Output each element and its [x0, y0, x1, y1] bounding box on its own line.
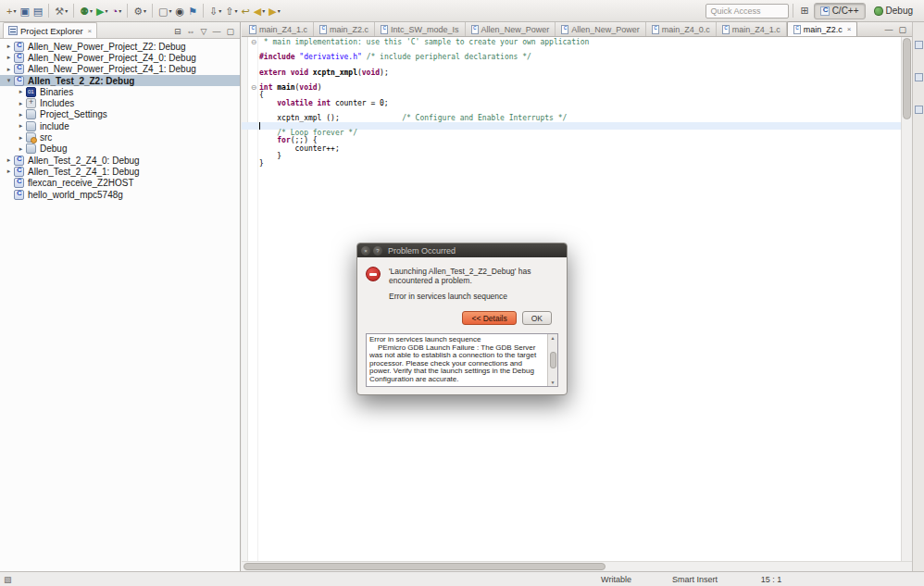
editor-tab-intc-sw-mode-is[interactable]: Intc_SW_mode_Is [375, 22, 466, 36]
tree-arrow-icon[interactable]: ▸ [4, 168, 14, 175]
build-icon[interactable]: ⚒▾ [53, 3, 69, 19]
scroll-down-icon[interactable]: ▼ [551, 380, 556, 385]
dialog-help-icon[interactable]: ? [373, 246, 382, 256]
editor-tab-main-z4-1-c[interactable]: main_Z4_1.c [717, 22, 787, 36]
tree-arrow-icon[interactable]: ▸ [16, 145, 26, 153]
scroll-up-icon[interactable]: ▲ [551, 335, 556, 341]
tree-item[interactable]: flexcan_receive_Z2HOST [0, 178, 240, 189]
minimized-view-icon[interactable] [915, 41, 923, 49]
details-scrollbar-thumb[interactable] [550, 352, 556, 368]
minimized-view-icon[interactable] [915, 73, 923, 81]
dropdown-arrow-icon[interactable]: ▾ [262, 7, 265, 14]
dropdown-arrow-icon[interactable]: ▾ [106, 7, 108, 14]
editor-tab-allen-new-power[interactable]: Allen_New_Power [466, 22, 556, 36]
minimize-view-icon[interactable]: — [212, 27, 220, 36]
close-view-icon[interactable]: × [88, 27, 93, 35]
details-text-area[interactable]: Error in services launch sequence PEmicr… [366, 333, 558, 387]
open-perspective-icon[interactable]: ⊞ [800, 5, 808, 17]
horizontal-scrollbar-thumb[interactable] [243, 563, 606, 570]
vertical-scrollbar-thumb[interactable] [903, 38, 911, 119]
editor-tab-main-z4-0-c[interactable]: main_Z4_0.c [646, 22, 717, 36]
maximize-editor-icon[interactable]: ▢ [898, 25, 906, 34]
fold-ruler[interactable]: ⊖⊖ [249, 37, 258, 561]
external-tools-icon[interactable]: ⚙▾ [131, 3, 148, 19]
editor-tab-label: main_Z4_1.c [259, 25, 307, 34]
profile-icon[interactable]: ◔▾ [110, 3, 124, 19]
dropdown-arrow-icon[interactable]: ▾ [119, 7, 121, 14]
perspective-debug[interactable]: Debug [868, 3, 919, 19]
tree-arrow-icon[interactable]: ▾ [4, 77, 14, 84]
tree-arrow-icon[interactable]: ▸ [4, 66, 14, 73]
view-menu-icon[interactable]: ▽ [201, 27, 207, 36]
editor-tab-main-z2-c[interactable]: main_Z2.c [314, 22, 375, 36]
editor-tab-main-z4-1-c[interactable]: main_Z4_1.c [243, 22, 314, 36]
details-button[interactable]: << Details [462, 311, 516, 325]
tab-project-explorer[interactable]: Project Explorer × [3, 22, 97, 38]
maximize-view-icon[interactable]: ▢ [226, 27, 234, 36]
tree-arrow-icon[interactable]: ▸ [16, 100, 26, 107]
previous-annotation-icon[interactable]: ⇧▾ [223, 3, 239, 19]
toggle-breakpoint-icon[interactable]: ⚑ [186, 3, 199, 19]
tree-item[interactable]: ▸include [0, 120, 240, 131]
minimize-editor-icon[interactable]: — [884, 25, 893, 34]
tree-arrow-icon[interactable]: ▸ [16, 122, 26, 130]
tree-item[interactable]: ▸Allen_Test_2_Z4_0: Debug [0, 155, 240, 166]
new-icon[interactable]: +▾ [5, 3, 18, 19]
tree-item[interactable]: ▾Allen_Test_2_Z2: Debug [0, 75, 240, 86]
dialog-titlebar[interactable]: × ? Problem Occurred [357, 243, 567, 257]
tree-arrow-icon[interactable]: ▸ [16, 88, 26, 95]
back-icon[interactable]: ◀▾ [252, 3, 267, 19]
editor-tab-allen-new-power[interactable]: Allen_New_Power [556, 22, 646, 36]
run-icon[interactable]: ▶▾ [94, 3, 109, 19]
dropdown-arrow-icon[interactable]: ▾ [219, 7, 221, 14]
tree-item[interactable]: hello_world_mpc5748g [0, 189, 240, 200]
tree-item[interactable]: ▸Allen_Test_2_Z4_1: Debug [0, 166, 240, 177]
tree-arrow-icon[interactable]: ▸ [16, 111, 26, 118]
details-scrollbar[interactable]: ▲ ▼ [547, 334, 557, 386]
tree-arrow-icon[interactable]: ▸ [4, 54, 14, 61]
dropdown-arrow-icon[interactable]: ▾ [169, 7, 172, 14]
annotation-ruler[interactable] [242, 37, 248, 561]
tree-item[interactable]: ▸Includes [0, 97, 240, 108]
new-c-file-icon[interactable]: ▢▾ [156, 3, 173, 19]
collapse-all-icon[interactable]: ⊟ [174, 27, 181, 36]
save-all-icon[interactable]: ▤ [31, 3, 44, 19]
horizontal-scrollbar[interactable] [242, 561, 912, 571]
link-with-editor-icon[interactable]: ⇔ [187, 27, 195, 36]
search-icon[interactable]: ◉ [174, 3, 187, 19]
code-editor[interactable]: ⊖⊖ * main implementation: use this 'C' s… [242, 37, 912, 561]
quick-access-input[interactable] [705, 4, 789, 19]
vertical-scrollbar[interactable] [901, 37, 912, 561]
close-tab-icon[interactable]: × [847, 25, 852, 33]
tree-item[interactable]: ▸Debug [0, 143, 240, 155]
tree-arrow-icon[interactable]: ▸ [4, 43, 14, 50]
dropdown-arrow-icon[interactable]: ▾ [144, 7, 146, 14]
forward-icon[interactable]: ▶▾ [267, 3, 281, 19]
last-edit-location-icon[interactable]: ↩ [239, 3, 251, 19]
minimized-view-icon[interactable] [915, 106, 923, 114]
save-icon[interactable]: ▣ [18, 3, 31, 19]
fold-collapse-icon[interactable]: ⊖ [250, 84, 257, 92]
ok-button[interactable]: OK [522, 311, 552, 325]
next-annotation-icon[interactable]: ⇩▾ [207, 3, 223, 19]
tree-item[interactable]: ▸src [0, 131, 240, 143]
dialog-close-icon[interactable]: × [361, 246, 370, 256]
dropdown-arrow-icon[interactable]: ▾ [234, 7, 237, 14]
dropdown-arrow-icon[interactable]: ▾ [65, 7, 68, 14]
editor-tab-main-z2-c[interactable]: main_Z2.c× [787, 21, 858, 36]
dropdown-arrow-icon[interactable]: ▾ [13, 7, 16, 14]
tree-arrow-icon[interactable]: ▸ [16, 134, 26, 142]
tree-arrow-icon[interactable]: ▸ [4, 156, 14, 164]
dropdown-arrow-icon[interactable]: ▾ [90, 7, 93, 14]
tree-item[interactable]: ▸Allen_New_Power_Project_Z4_1: Debug [0, 64, 240, 75]
perspective-c-c-[interactable]: C/C++ [814, 3, 866, 19]
debug-icon[interactable]: ⚉▾ [78, 3, 94, 19]
tree-item[interactable]: ▸Allen_New_Power_Project_Z2: Debug [0, 41, 240, 52]
tree-item[interactable]: ▸Project_Settings [0, 109, 240, 120]
fold-collapse-icon[interactable]: ⊖ [250, 39, 257, 46]
toolbar-icons: +▾▣▤⚒▾⚉▾▶▾◔▾⚙▾▢▾◉⚑⇩▾⇧▾↩◀▾▶▾ [5, 3, 705, 19]
tree-item[interactable]: ▸Binaries [0, 86, 240, 97]
tree-item[interactable]: ▸Allen_New_Power_Project_Z4_0: Debug [0, 52, 240, 63]
dropdown-arrow-icon[interactable]: ▾ [278, 7, 281, 14]
status-trim-icon[interactable]: ▧ [4, 575, 12, 584]
